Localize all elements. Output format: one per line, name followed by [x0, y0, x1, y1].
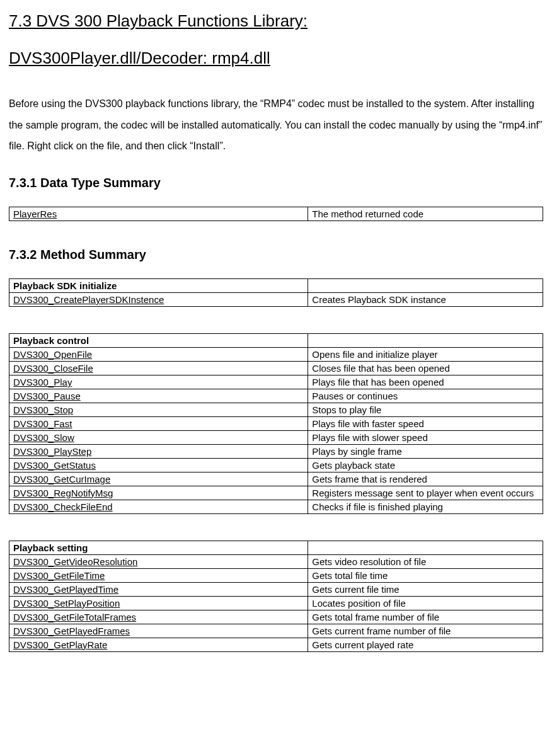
table-header-empty — [308, 541, 543, 554]
method-desc: Closes file that has been opened — [308, 361, 543, 375]
table-row: DVS300_GetPlayedTimeGets current file ti… — [9, 582, 543, 596]
method-desc: Plays file with slower speed — [308, 430, 543, 444]
method-desc: Gets total file time — [308, 568, 543, 582]
method-name[interactable]: DVS300_GetPlayedFrames — [9, 624, 308, 638]
method-name[interactable]: DVS300_CreatePlayerSDKInstence — [9, 292, 308, 306]
method-name[interactable]: DVS300_CloseFile — [9, 361, 308, 375]
table-row: DVS300_CloseFileCloses file that has bee… — [9, 361, 543, 375]
method-name[interactable]: DVS300_SetPlayPosition — [9, 596, 308, 610]
method-desc: Plays file that has been opened — [308, 375, 543, 389]
method-name[interactable]: DVS300_Stop — [9, 403, 308, 416]
page-title: 7.3 DVS 300 Playback Functions Library: — [9, 11, 543, 31]
table-row: DVS300_SetPlayPositionLocates position o… — [9, 596, 543, 610]
table-header: Playback SDK initialize — [9, 278, 308, 292]
method-desc: Stops to play file — [308, 403, 543, 416]
method-name[interactable]: DVS300_GetPlayedTime — [9, 582, 308, 596]
method-desc: Gets video resolution of file — [308, 554, 543, 568]
datatype-name[interactable]: PlayerRes — [9, 207, 308, 220]
table-header: Playback control — [9, 333, 308, 347]
table-row: DVS300_FastPlays file with faster speed — [9, 416, 543, 430]
method-heading: 7.3.2 Method Summary — [9, 248, 543, 262]
intro-paragraph: Before using the DVS300 playback functio… — [9, 93, 543, 157]
table-row: DVS300_PausePauses or continues — [9, 389, 543, 403]
method-desc: Gets total frame number of file — [308, 610, 543, 624]
table-row: DVS300_CheckFileEndChecks if file is fin… — [9, 500, 543, 513]
method-desc: Pauses or continues — [308, 389, 543, 403]
table-row: PlayerRes The method returned code — [9, 207, 543, 220]
method-desc: Registers message sent to player when ev… — [308, 486, 543, 500]
method-table: Playback controlDVS300_OpenFileOpens fil… — [9, 333, 543, 514]
table-row: DVS300_SlowPlays file with slower speed — [9, 430, 543, 444]
method-name[interactable]: DVS300_Fast — [9, 416, 308, 430]
table-header-empty — [308, 278, 543, 292]
table-row: DVS300_PlayStepPlays by single frame — [9, 444, 543, 458]
method-desc: Plays by single frame — [308, 444, 543, 458]
method-desc: Gets current played rate — [308, 638, 543, 651]
method-desc: Checks if file is finished playing — [308, 500, 543, 513]
method-desc: Gets playback state — [308, 458, 543, 472]
method-name[interactable]: DVS300_OpenFile — [9, 347, 308, 361]
method-name[interactable]: DVS300_GetVideoResolution — [9, 554, 308, 568]
method-name[interactable]: DVS300_GetStatus — [9, 458, 308, 472]
table-row: DVS300_GetPlayedFramesGets current frame… — [9, 624, 543, 638]
method-desc: Creates Playback SDK instance — [308, 292, 543, 306]
method-name[interactable]: DVS300_RegNotifyMsg — [9, 486, 308, 500]
method-desc: Plays file with faster speed — [308, 416, 543, 430]
method-name[interactable]: DVS300_Slow — [9, 430, 308, 444]
table-header-row: Playback SDK initialize — [9, 278, 543, 292]
method-name[interactable]: DVS300_GetCurImage — [9, 472, 308, 486]
table-row: DVS300_GetStatusGets playback state — [9, 458, 543, 472]
table-row: DVS300_OpenFileOpens file and initialize… — [9, 347, 543, 361]
method-name[interactable]: DVS300_CheckFileEnd — [9, 500, 308, 513]
table-row: DVS300_GetVideoResolutionGets video reso… — [9, 554, 543, 568]
page-subtitle: DVS300Player.dll/Decoder: rmp4.dll — [9, 49, 543, 68]
method-name[interactable]: DVS300_Play — [9, 375, 308, 389]
method-table: Playback SDK initializeDVS300_CreatePlay… — [9, 278, 543, 307]
table-row: DVS300_GetFileTotalFramesGets total fram… — [9, 610, 543, 624]
table-row: DVS300_GetCurImageGets frame that is ren… — [9, 472, 543, 486]
datatype-heading: 7.3.1 Data Type Summary — [9, 176, 543, 190]
table-row: DVS300_RegNotifyMsgRegisters message sen… — [9, 486, 543, 500]
method-desc: Opens file and initialize player — [308, 347, 543, 361]
datatype-table: PlayerRes The method returned code — [9, 207, 543, 221]
method-desc: Gets current file time — [308, 582, 543, 596]
method-desc: Locates position of file — [308, 596, 543, 610]
method-desc: Gets current frame number of file — [308, 624, 543, 638]
table-header: Playback setting — [9, 541, 308, 554]
method-name[interactable]: DVS300_GetPlayRate — [9, 638, 308, 651]
table-header-row: Playback setting — [9, 541, 543, 554]
table-row: DVS300_StopStops to play file — [9, 403, 543, 416]
table-row: DVS300_PlayPlays file that has been open… — [9, 375, 543, 389]
method-name[interactable]: DVS300_GetFileTime — [9, 568, 308, 582]
method-desc: Gets frame that is rendered — [308, 472, 543, 486]
method-name[interactable]: DVS300_PlayStep — [9, 444, 308, 458]
table-row: DVS300_GetPlayRateGets current played ra… — [9, 638, 543, 651]
table-row: DVS300_CreatePlayerSDKInstenceCreates Pl… — [9, 292, 543, 306]
method-name[interactable]: DVS300_GetFileTotalFrames — [9, 610, 308, 624]
table-header-row: Playback control — [9, 333, 543, 347]
table-header-empty — [308, 333, 543, 347]
datatype-desc: The method returned code — [308, 207, 543, 220]
method-name[interactable]: DVS300_Pause — [9, 389, 308, 403]
method-table: Playback settingDVS300_GetVideoResolutio… — [9, 541, 543, 652]
table-row: DVS300_GetFileTimeGets total file time — [9, 568, 543, 582]
